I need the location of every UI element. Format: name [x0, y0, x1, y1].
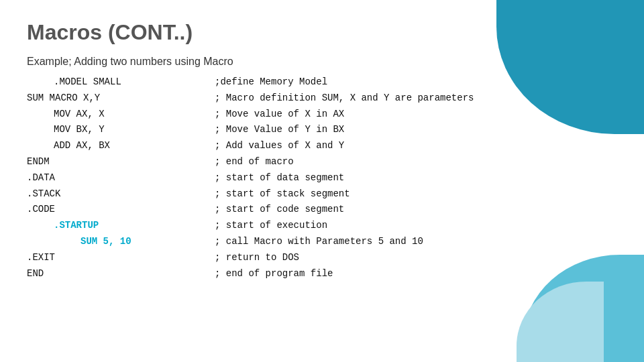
code-row: SUM 5, 10; call Macro with Parameters 5 …	[27, 234, 617, 250]
code-right-10: ; call Macro with Parameters 5 and 10	[215, 234, 423, 250]
code-row: ADD AX, BX; Add values of X and Y	[27, 138, 617, 154]
code-right-6: ; start of data segment	[215, 170, 344, 186]
code-right-7: ; start of stack segment	[215, 186, 350, 202]
code-right-1: ; Macro definition SUM, X and Y are para…	[215, 90, 474, 107]
main-content: Macros (CONT..) Example; Adding two numb…	[0, 0, 644, 295]
code-right-0: ;define Memory Model	[215, 74, 327, 90]
code-row: SUM MACRO X,Y; Macro definition SUM, X a…	[27, 90, 617, 107]
code-row: .MODEL SMALL;define Memory Model	[27, 74, 617, 90]
code-row: MOV AX, X; Move value of X in AX	[27, 107, 617, 123]
code-right-12: ; end of program file	[215, 266, 333, 282]
code-left-4: ADD AX, BX	[27, 138, 215, 154]
code-row: .STARTUP; start of execution	[27, 218, 617, 234]
code-left-12: END	[27, 266, 215, 282]
code-left-3: MOV BX, Y	[27, 122, 215, 138]
code-left-2: MOV AX, X	[27, 107, 215, 123]
code-row: .CODE; start of code segment	[27, 202, 617, 218]
code-left-10: SUM 5, 10	[27, 234, 215, 250]
code-right-3: ; Move Value of Y in BX	[215, 122, 344, 138]
code-row: END; end of program file	[27, 266, 617, 282]
page-title: Macros (CONT..)	[27, 20, 617, 45]
code-right-9: ; start of execution	[215, 218, 327, 234]
code-right-2: ; Move value of X in AX	[215, 107, 344, 123]
code-right-4: ; Add values of X and Y	[215, 138, 344, 154]
code-left-5: ENDM	[27, 154, 215, 170]
code-row: .DATA; start of data segment	[27, 170, 617, 186]
code-left-11: .EXIT	[27, 250, 215, 266]
code-left-9: .STARTUP	[27, 218, 215, 234]
code-left-1: SUM MACRO X,Y	[27, 90, 215, 107]
code-row: .EXIT; return to DOS	[27, 250, 617, 266]
code-right-5: ; end of macro	[215, 154, 294, 170]
code-block: .MODEL SMALL;define Memory ModelSUM MACR…	[27, 74, 617, 282]
code-row: ENDM; end of macro	[27, 154, 617, 170]
code-row: .STACK; start of stack segment	[27, 186, 617, 202]
example-subtitle: Example; Adding two numbers using Macro	[27, 56, 617, 68]
code-left-6: .DATA	[27, 170, 215, 186]
code-right-8: ; start of code segment	[215, 202, 344, 218]
code-left-7: .STACK	[27, 186, 215, 202]
code-left-0: .MODEL SMALL	[27, 74, 215, 90]
code-row: MOV BX, Y; Move Value of Y in BX	[27, 122, 617, 138]
code-right-11: ; return to DOS	[215, 250, 299, 266]
code-left-8: .CODE	[27, 202, 215, 218]
